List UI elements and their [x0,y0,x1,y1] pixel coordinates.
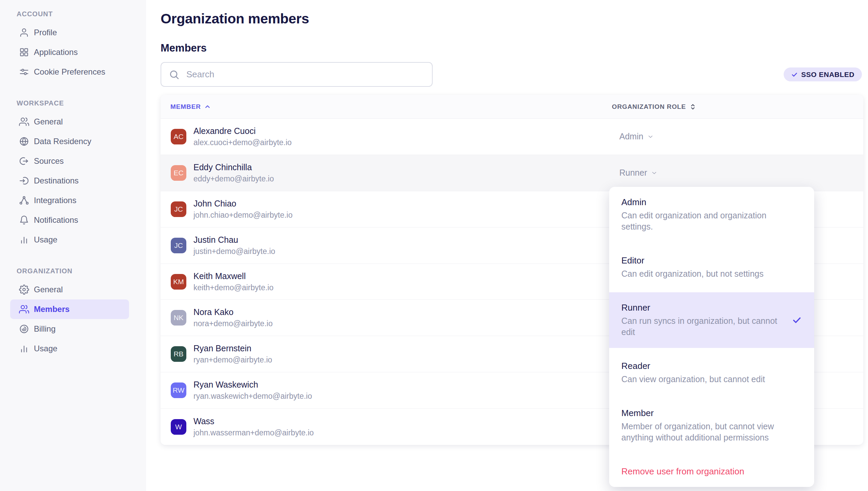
bar-chart-icon [19,343,29,354]
check-icon [792,315,802,325]
role-option-runner[interactable]: RunnerCan run syncs in organization, but… [609,292,814,348]
role-option-title: Member [621,408,802,418]
member-info: Ryan Waskewichryan.waskewich+demo@airbyt… [193,380,312,401]
avatar: JC [171,201,186,217]
member-info: Justin Chaujustin+demo@airbyte.io [193,235,275,256]
chevron-down-icon [651,170,658,176]
sidebar-item-label: General [34,285,63,294]
avatar: RB [171,346,186,362]
role-option-title: Admin [621,197,802,208]
member-column-label: MEMBER [170,103,201,111]
sidebar-item-general[interactable]: General [10,112,129,132]
search-input[interactable] [161,62,433,87]
member-email: justin+demo@airbyte.io [193,247,275,256]
integrations-icon [19,195,29,205]
member-name: Nora Kako [193,307,273,317]
sidebar-item-cookie-preferences[interactable]: Cookie Preferences [10,62,129,82]
role-select[interactable]: Admin [612,132,863,141]
settings-sidebar: ACCOUNTProfileApplicationsCookie Prefere… [0,0,146,491]
avatar: JC [171,238,186,253]
member-cell: RBRyan Bernsteinryan+demo@airbyte.io [161,343,612,365]
role-option-description: Can view organization, but cannot edit [621,374,781,385]
sidebar-item-usage[interactable]: Usage [10,230,129,250]
members-section-title: Members [161,42,207,54]
role-option-description: Can edit organization and organization s… [621,210,781,232]
sidebar-item-sources[interactable]: Sources [10,151,129,171]
table-row: ACAlexandre Cuocialex.cuoci+demo@airbyte… [161,119,863,155]
sidebar-item-profile[interactable]: Profile [10,23,129,42]
chevron-down-icon [647,133,654,140]
member-info: Keith Maxwellkeith+demo@airbyte.io [193,271,273,292]
sidebar-item-applications[interactable]: Applications [10,42,129,62]
check-icon [791,71,798,78]
sidebar-item-notifications[interactable]: Notifications [10,210,129,230]
avatar: EC [171,165,186,181]
role-select[interactable]: Runner [612,168,863,178]
sidebar-item-destinations[interactable]: Destinations [10,171,129,191]
role-option-reader[interactable]: ReaderCan view organization, but cannot … [609,351,814,395]
member-email: ryan+demo@airbyte.io [193,355,272,365]
sidebar-item-integrations[interactable]: Integrations [10,191,129,210]
role-value: Admin [619,132,643,141]
table-row: ECEddy Chinchillaeddy+demo@airbyte.ioRun… [161,155,863,191]
role-option-admin[interactable]: AdminCan edit organization and organizat… [609,187,814,242]
member-cell: RWRyan Waskewichryan.waskewich+demo@airb… [161,380,612,401]
member-name: Keith Maxwell [193,271,273,281]
sidebar-section-label: WORKSPACE [17,99,146,107]
member-info: Ryan Bernsteinryan+demo@airbyte.io [193,343,272,365]
sidebar-item-data-residency[interactable]: Data Residency [10,132,129,151]
member-email: john.wasserman+demo@airbyte.io [193,428,314,437]
member-column-header[interactable]: MEMBER [161,103,612,111]
sidebar-item-members[interactable]: Members [10,299,129,319]
remove-user-button[interactable]: Remove user from organization [609,456,814,487]
sidebar-item-label: Integrations [34,196,76,205]
bar-chart-icon [19,235,29,245]
member-info: Alexandre Cuocialex.cuoci+demo@airbyte.i… [193,126,292,147]
member-email: ryan.waskewich+demo@airbyte.io [193,392,312,401]
role-option-title: Reader [621,361,802,371]
member-cell: WWassjohn.wasserman+demo@airbyte.io [161,416,612,437]
sidebar-section-label: ORGANIZATION [17,267,146,275]
member-info: Nora Kakonora+demo@airbyte.io [193,307,273,328]
globe-icon [19,136,29,146]
avatar: NK [171,310,186,326]
sidebar-item-usage[interactable]: Usage [10,339,129,358]
role-option-member[interactable]: MemberMember of organization, but cannot… [609,398,814,453]
role-option-description: Member of organization, but cannot view … [621,421,781,443]
role-option-description: Can run syncs in organization, but canno… [621,315,781,338]
sidebar-item-label: Members [34,305,69,314]
member-email: eddy+demo@airbyte.io [193,174,274,183]
sidebar-item-label: Usage [34,235,57,244]
avatar: KM [171,274,186,290]
user-icon [19,27,29,38]
avatar: W [171,419,186,435]
organization-role-column-header[interactable]: ORGANIZATION ROLE [612,103,863,111]
avatar: AC [171,129,186,144]
member-cell: ACAlexandre Cuocialex.cuoci+demo@airbyte… [161,126,612,147]
sidebar-item-label: Data Residency [34,137,91,146]
page-title: Organization members [161,11,309,27]
sidebar-item-label: Usage [34,344,57,353]
users-icon [19,117,29,127]
sidebar-item-label: Billing [34,324,56,334]
member-email: john.chiao+demo@airbyte.io [193,211,293,220]
member-info: Wassjohn.wasserman+demo@airbyte.io [193,416,314,437]
member-name: Ryan Waskewich [193,380,312,390]
member-cell: ECEddy Chinchillaeddy+demo@airbyte.io [161,162,612,183]
role-option-description: Can edit organization, but not settings [621,268,781,279]
organization-role-column-label: ORGANIZATION ROLE [612,103,686,111]
sidebar-item-general[interactable]: General [10,280,129,299]
member-name: John Chiao [193,199,293,209]
destination-icon [19,176,29,186]
sidebar-item-billing[interactable]: Billing [10,319,129,339]
member-name: Ryan Bernstein [193,343,272,353]
member-cell: KMKeith Maxwellkeith+demo@airbyte.io [161,271,612,292]
member-name: Justin Chau [193,235,275,245]
sso-enabled-badge: SSO ENABLED [784,67,862,81]
member-email: keith+demo@airbyte.io [193,283,273,292]
sidebar-item-label: Notifications [34,215,78,225]
role-option-editor[interactable]: EditorCan edit organization, but not set… [609,245,814,290]
member-cell: NKNora Kakonora+demo@airbyte.io [161,307,612,328]
member-name: Alexandre Cuoci [193,126,292,136]
member-name: Wass [193,416,314,426]
